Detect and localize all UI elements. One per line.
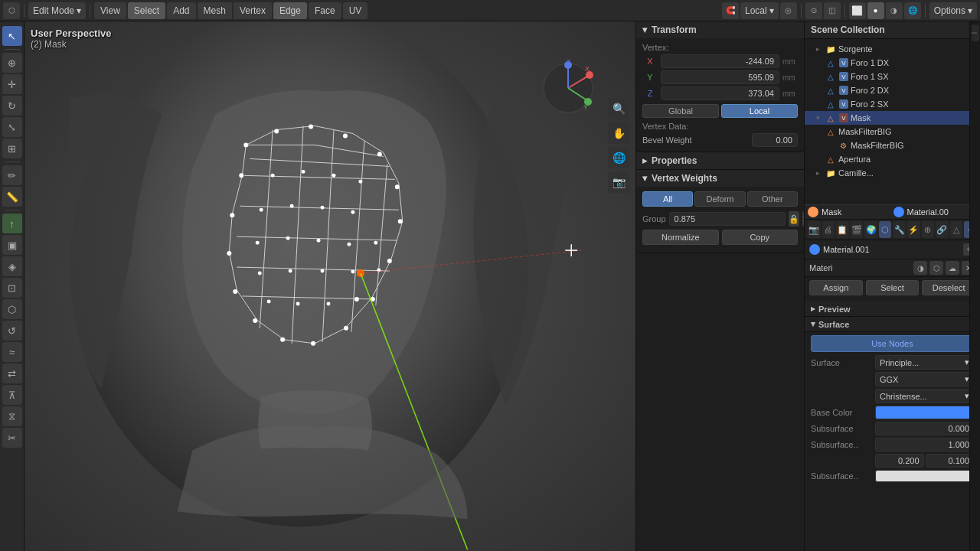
tree-item-mask[interactable]: ▾ △ V Mask 👁 — [805, 111, 980, 125]
tab-all[interactable]: All — [642, 191, 693, 207]
rotate-tool[interactable]: ↻ — [2, 96, 22, 116]
solid-shading[interactable]: ● — [867, 2, 884, 19]
viewport[interactable]: User Perspective (2) Mask 🔍 ✋ 🌐 📷 X Y — [24, 21, 635, 551]
christense-dropdown[interactable]: Christense... ▾ — [875, 389, 974, 403]
smooth-tool[interactable]: ≈ — [2, 342, 22, 362]
properties-header[interactable]: ▸ Properties — [636, 152, 804, 169]
zoom-icon[interactable]: 🔍 — [608, 98, 629, 119]
loop-cut-tool[interactable]: ⊡ — [2, 278, 22, 298]
view-menu[interactable]: View — [94, 2, 126, 19]
orbit-icon[interactable]: 🌐 — [608, 147, 629, 168]
deselect-btn[interactable]: Deselect — [922, 280, 975, 295]
inset-tool[interactable]: ▣ — [2, 235, 22, 255]
use-nodes-btn[interactable]: Use Nodes — [811, 335, 974, 352]
vertex-weights-header[interactable]: ▾ Vertex Weights — [636, 170, 804, 187]
tree-item[interactable]: △ MaskFilterBIG 👁 — [805, 125, 980, 139]
tab-other[interactable]: Other — [747, 191, 798, 207]
wire-type-icon[interactable]: ⬡ — [929, 261, 943, 275]
subsurface2-value[interactable]: 1.000 — [875, 438, 974, 452]
select-btn[interactable]: Select — [866, 280, 920, 295]
bevel-weight-input[interactable]: 0.00 — [752, 133, 798, 147]
spin-tool[interactable]: ↺ — [2, 321, 22, 341]
local-btn[interactable]: Local — [721, 104, 798, 118]
sub-val2[interactable]: 0.200 — [875, 454, 924, 468]
world-props-icon[interactable]: 🌍 — [864, 221, 877, 238]
proportional-icon[interactable]: ◎ — [780, 2, 797, 19]
vertex-menu[interactable]: Vertex — [234, 2, 272, 19]
cursor-tool[interactable]: ⊕ — [2, 53, 22, 73]
bevel-tool[interactable]: ◈ — [2, 256, 22, 276]
volume-type-icon[interactable]: ☁ — [946, 261, 959, 275]
output-props-icon[interactable]: 🖨 — [822, 221, 835, 238]
data-props-icon[interactable]: △ — [950, 221, 963, 238]
edge-menu[interactable]: Edge — [273, 2, 307, 19]
rip-tool[interactable]: ✂ — [2, 428, 22, 448]
select-tool[interactable]: ↖ — [2, 26, 22, 46]
transform-header[interactable]: ▾ Transform — [636, 21, 804, 38]
particles-icon[interactable]: ⚡ — [907, 221, 920, 238]
copy-btn[interactable]: Copy — [722, 230, 799, 245]
blender-logo[interactable]: ⬡ — [3, 2, 20, 19]
add-menu[interactable]: Add — [167, 2, 195, 19]
view-layer-icon[interactable]: 📋 — [836, 221, 849, 238]
group-input[interactable] — [669, 212, 786, 226]
tree-item[interactable]: ⚙ MaskFilterBIG — [805, 139, 980, 152]
sub-val3[interactable]: 0.100 — [926, 454, 975, 468]
assign-btn[interactable]: Assign — [809, 280, 863, 295]
render-props-icon[interactable]: 📷 — [808, 221, 821, 238]
surface-section-header[interactable]: ▾ Surface — [805, 317, 980, 332]
transform-dropdown[interactable]: Local ▾ — [740, 2, 779, 19]
select-menu[interactable]: Select — [128, 2, 165, 19]
z-input[interactable]: 373.04 — [661, 86, 779, 100]
wireframe-shading[interactable]: ⬜ — [849, 2, 866, 19]
tree-item[interactable]: ▸ 📁 Camille... 👁 — [805, 166, 980, 180]
group-lock-icon[interactable]: 🔒 — [789, 211, 799, 227]
camera-icon[interactable]: 📷 — [608, 171, 629, 193]
object-props-icon[interactable]: ⬡ — [879, 221, 892, 238]
face-menu[interactable]: Face — [309, 2, 341, 19]
options-dropdown[interactable]: Options ▾ — [929, 2, 977, 19]
pan-icon[interactable]: ✋ — [608, 122, 629, 144]
edge-slide-tool[interactable]: ⇄ — [2, 364, 22, 383]
shrink-tool[interactable]: ⊼ — [2, 385, 22, 405]
mesh-menu[interactable]: Mesh — [198, 2, 232, 19]
base-color-swatch[interactable] — [875, 406, 974, 419]
y-input[interactable]: 595.09 — [661, 70, 779, 84]
measure-tool[interactable]: 📏 — [2, 187, 22, 207]
global-btn[interactable]: Global — [642, 104, 719, 118]
tree-item[interactable]: △ V Foro 1 DX 👁 — [805, 56, 980, 70]
tree-item[interactable]: △ V Foro 2 SX 👁 — [805, 97, 980, 111]
scale-tool[interactable]: ⤡ — [2, 117, 22, 137]
tree-item[interactable]: △ V Foro 2 DX 👁 — [805, 83, 980, 97]
scene-props-icon[interactable]: 🎬 — [851, 221, 864, 238]
material-shading[interactable]: ◑ — [886, 2, 903, 19]
surface-dropdown[interactable]: Principle... ▾ — [875, 355, 974, 370]
rendered-shading[interactable]: 🌐 — [904, 2, 921, 19]
overlay-icon[interactable]: ⊙ — [805, 2, 822, 19]
subsurface-color-swatch[interactable] — [875, 470, 974, 482]
xray-icon[interactable]: ◫ — [824, 2, 841, 19]
physics-icon[interactable]: ⊕ — [922, 221, 935, 238]
constraints-icon[interactable]: 🔗 — [936, 221, 949, 238]
x-input[interactable]: -244.09 — [661, 54, 779, 68]
preview-section-header[interactable]: ▸ Preview — [805, 302, 980, 317]
tree-item[interactable]: ▸ 📁 Sorgente 👁 — [805, 42, 980, 56]
snapping-icon[interactable]: 🧲 — [722, 2, 739, 19]
subsurface-value[interactable]: 0.000 — [875, 422, 974, 435]
ggx-dropdown[interactable]: GGX ▾ — [875, 372, 974, 386]
surface-type-icon[interactable]: ◑ — [913, 261, 927, 275]
coord-gizmo[interactable]: X Y Z — [540, 60, 597, 119]
annotate-tool[interactable]: ✏ — [2, 165, 22, 185]
extrude-tool[interactable]: ↑ — [2, 214, 22, 233]
tab-deform[interactable]: Deform — [694, 191, 745, 207]
uv-menu[interactable]: UV — [343, 2, 368, 19]
mode-dropdown[interactable]: Edit Mode ▾ — [28, 2, 86, 19]
tree-item[interactable]: △ V Foro 1 SX 👁 — [805, 70, 980, 83]
poly-build-tool[interactable]: ⬡ — [2, 299, 22, 319]
shear-tool[interactable]: ⧖ — [2, 406, 22, 426]
move-tool[interactable]: ✛ — [2, 74, 22, 94]
transform-tool[interactable]: ⊞ — [2, 139, 22, 158]
modifier-props-icon[interactable]: 🔧 — [893, 221, 906, 238]
tree-item[interactable]: △ Apertura 👁 — [805, 152, 980, 166]
normalize-btn[interactable]: Normalize — [642, 230, 719, 245]
